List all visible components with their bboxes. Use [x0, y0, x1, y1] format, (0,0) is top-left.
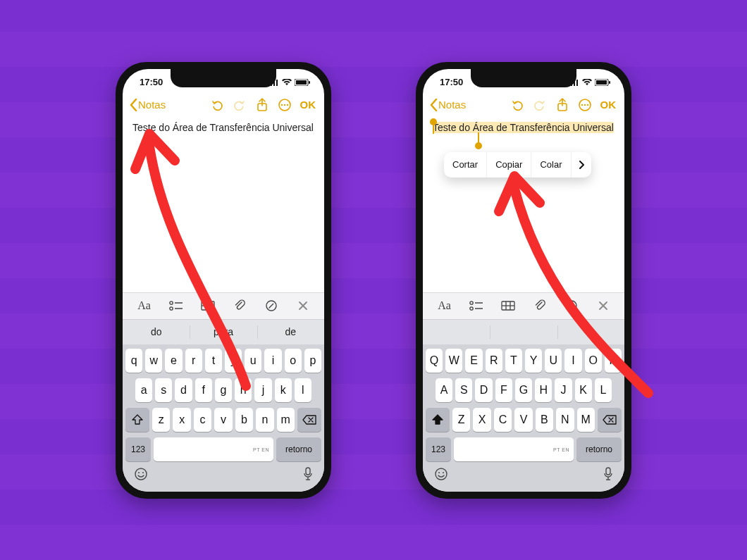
undo-button[interactable] — [509, 97, 526, 113]
key-c[interactable]: c — [194, 408, 211, 432]
prediction-1[interactable]: do — [123, 320, 190, 344]
menu-copy[interactable]: Copiar — [487, 152, 531, 178]
key-m[interactable]: M — [577, 408, 595, 432]
checklist-button[interactable] — [464, 296, 488, 316]
key-q[interactable]: q — [125, 349, 142, 373]
emoji-button[interactable] — [434, 467, 448, 485]
emoji-button[interactable] — [134, 467, 148, 485]
key-y[interactable]: Y — [525, 349, 542, 373]
key-h[interactable]: h — [235, 378, 252, 402]
key-f[interactable]: f — [195, 378, 212, 402]
note-text[interactable]: Teste do Área de Transferência Universal — [132, 122, 314, 133]
done-button[interactable]: OK — [599, 99, 618, 111]
key-123[interactable]: 123 — [426, 437, 451, 461]
key-i[interactable]: I — [564, 349, 581, 373]
back-button[interactable]: Notas — [430, 99, 466, 111]
prediction-2[interactable]: para — [190, 320, 257, 344]
close-toolbar-button[interactable] — [591, 296, 615, 316]
share-button[interactable] — [254, 97, 271, 113]
key-b[interactable]: b — [235, 408, 253, 432]
key-shift[interactable] — [426, 408, 450, 432]
redo-button[interactable] — [531, 97, 548, 113]
key-p[interactable]: p — [304, 349, 321, 373]
undo-button[interactable] — [209, 97, 226, 113]
note-body[interactable]: Teste do Área de Transferência Universal — [123, 117, 324, 292]
key-v[interactable]: V — [514, 408, 532, 432]
key-g[interactable]: g — [215, 378, 232, 402]
prediction-3[interactable]: de — [257, 320, 324, 344]
key-k[interactable]: K — [575, 378, 592, 402]
key-l[interactable]: L — [595, 378, 612, 402]
key-n[interactable]: n — [256, 408, 273, 432]
key-shift[interactable] — [125, 408, 149, 432]
key-backspace[interactable] — [598, 408, 622, 432]
key-w[interactable]: w — [145, 349, 162, 373]
menu-cut[interactable]: Cortar — [444, 152, 487, 178]
more-button[interactable] — [576, 97, 593, 113]
key-g[interactable]: G — [515, 378, 532, 402]
key-b[interactable]: B — [536, 408, 553, 432]
prediction-3[interactable] — [557, 320, 624, 344]
key-i[interactable]: i — [264, 349, 281, 373]
key-j[interactable]: j — [254, 378, 271, 402]
key-a[interactable]: A — [436, 378, 452, 402]
key-l[interactable]: l — [295, 378, 311, 402]
key-e[interactable]: e — [165, 349, 182, 373]
key-h[interactable]: H — [535, 378, 552, 402]
key-r[interactable]: r — [185, 349, 202, 373]
markup-button[interactable] — [560, 296, 584, 316]
note-text-selected[interactable]: Teste do Área de Transferência Universal — [433, 122, 614, 133]
key-t[interactable]: t — [205, 349, 222, 373]
key-r[interactable]: R — [486, 349, 502, 373]
key-j[interactable]: J — [555, 378, 572, 402]
key-n[interactable]: N — [556, 408, 574, 432]
key-return[interactable]: retorno — [276, 437, 321, 461]
key-o[interactable]: O — [585, 349, 602, 373]
key-k[interactable]: k — [275, 378, 292, 402]
key-a[interactable]: a — [135, 378, 152, 402]
table-button[interactable] — [196, 296, 220, 316]
key-u[interactable]: u — [245, 349, 261, 373]
done-button[interactable]: OK — [299, 99, 318, 111]
key-123[interactable]: 123 — [125, 437, 151, 461]
key-q[interactable]: Q — [426, 349, 443, 373]
share-button[interactable] — [554, 97, 571, 113]
checklist-button[interactable] — [164, 296, 188, 316]
key-w[interactable]: W — [445, 349, 462, 373]
close-toolbar-button[interactable] — [291, 296, 315, 316]
key-return[interactable]: retorno — [576, 437, 622, 461]
key-x[interactable]: x — [173, 408, 190, 432]
key-backspace[interactable] — [297, 408, 321, 432]
more-button[interactable] — [276, 97, 293, 113]
key-space[interactable]: PT EN — [154, 437, 273, 461]
prediction-2[interactable] — [490, 320, 557, 344]
key-z[interactable]: Z — [452, 408, 470, 432]
key-p[interactable]: P — [605, 349, 622, 373]
key-t[interactable]: T — [505, 349, 522, 373]
text-style-button[interactable]: Aa — [132, 296, 156, 316]
back-button[interactable]: Notas — [130, 99, 166, 111]
key-s[interactable]: s — [155, 378, 172, 402]
key-x[interactable]: X — [473, 408, 490, 432]
text-style-button[interactable]: Aa — [433, 296, 457, 316]
key-f[interactable]: F — [495, 378, 512, 402]
key-v[interactable]: v — [214, 408, 232, 432]
markup-button[interactable] — [259, 296, 283, 316]
key-o[interactable]: o — [285, 349, 302, 373]
table-button[interactable] — [496, 296, 520, 316]
dictation-button[interactable] — [603, 467, 613, 485]
key-s[interactable]: S — [455, 378, 472, 402]
key-space[interactable]: PT EN — [454, 437, 574, 461]
menu-paste[interactable]: Colar — [531, 152, 571, 178]
key-e[interactable]: E — [465, 349, 482, 373]
dictation-button[interactable] — [303, 467, 313, 485]
key-d[interactable]: D — [475, 378, 492, 402]
key-c[interactable]: C — [494, 408, 512, 432]
attach-button[interactable] — [228, 296, 252, 316]
note-body[interactable]: Teste do Área de Transferência Universal… — [423, 117, 624, 292]
menu-more[interactable] — [572, 152, 591, 178]
key-d[interactable]: d — [175, 378, 192, 402]
redo-button[interactable] — [231, 97, 248, 113]
key-u[interactable]: U — [545, 349, 562, 373]
key-m[interactable]: m — [277, 408, 295, 432]
